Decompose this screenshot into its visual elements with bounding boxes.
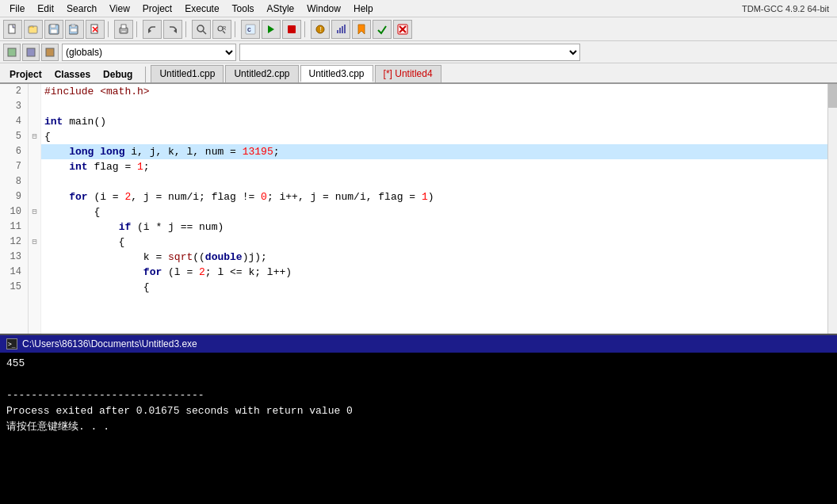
- terminal-icon: >_: [6, 338, 17, 349]
- terminal-line-1: 455: [6, 356, 831, 372]
- svg-rect-3: [51, 25, 55, 28]
- scrollbar-thumb[interactable]: [828, 84, 837, 108]
- open-button[interactable]: [24, 20, 43, 39]
- scope-btn2[interactable]: [22, 44, 40, 61]
- fold-10[interactable]: ⊟: [29, 204, 40, 220]
- svg-rect-7: [71, 29, 77, 32]
- svg-rect-30: [342, 26, 343, 33]
- panel-tab-classes[interactable]: Classes: [48, 67, 97, 82]
- app-window: File Edit Search View Project Execute To…: [0, 0, 837, 504]
- code-line-12: {: [41, 235, 827, 250]
- fold-5[interactable]: ⊟: [29, 129, 40, 144]
- tab-untitled2[interactable]: Untitled2.cpp: [225, 65, 298, 82]
- scope-btn3[interactable]: [41, 44, 59, 61]
- code-line-15: {: [41, 280, 827, 295]
- ln-7: 7: [3, 159, 25, 174]
- svg-rect-36: [8, 48, 16, 56]
- toolbar-main: R C !: [0, 17, 837, 41]
- line-numbers: 2 3 4 5 6 7 8 9 10 11 12 13 14 15: [0, 84, 29, 334]
- menu-tools[interactable]: Tools: [226, 2, 261, 16]
- ln-5: 5: [3, 129, 25, 144]
- undo-button[interactable]: [143, 20, 162, 39]
- terminal-line-3: --------------------------------: [6, 388, 831, 403]
- menu-edit[interactable]: Edit: [31, 2, 60, 16]
- compile-button[interactable]: C: [241, 20, 260, 39]
- ln-8: 8: [3, 174, 25, 189]
- fold-gutter: ⊟ ⊟ ⊟: [29, 84, 41, 334]
- fold-12[interactable]: ⊟: [29, 235, 40, 250]
- fold-13: [29, 250, 40, 265]
- save-button[interactable]: [44, 20, 63, 39]
- error-button[interactable]: [393, 20, 412, 39]
- ln-12: 12: [3, 235, 25, 250]
- svg-rect-29: [339, 28, 341, 33]
- menu-help[interactable]: Help: [347, 2, 380, 16]
- ln-11: 11: [3, 220, 25, 235]
- globals-dropdown[interactable]: (globals): [62, 44, 236, 61]
- code-editor-area: 2 3 4 5 6 7 8 9 10 11 12 13 14 15: [0, 84, 837, 334]
- code-line-5: {: [41, 129, 827, 144]
- find-button[interactable]: [192, 20, 211, 39]
- profile-button[interactable]: [331, 20, 350, 39]
- ln-13: 13: [3, 250, 25, 265]
- replace-button[interactable]: R: [212, 20, 231, 39]
- panel-tab-debug[interactable]: Debug: [97, 67, 139, 82]
- menu-file[interactable]: File: [3, 2, 31, 16]
- run-button[interactable]: [262, 20, 281, 39]
- close-button[interactable]: [86, 20, 105, 39]
- panel-tab-project[interactable]: Project: [3, 67, 48, 82]
- vertical-scrollbar[interactable]: [827, 84, 837, 334]
- panel-tab-section: Project Classes Debug: [3, 67, 139, 82]
- menu-astyle[interactable]: AStyle: [261, 2, 301, 16]
- tab-untitled1[interactable]: Untitled1.cpp: [151, 65, 224, 82]
- ln-6: 6: [3, 144, 25, 159]
- ln-4: 4: [3, 114, 25, 129]
- svg-rect-31: [344, 25, 346, 33]
- fold-15: [29, 280, 40, 295]
- code-line-11: if (i * j == num): [41, 220, 827, 235]
- tab-untitled3[interactable]: Untitled3.cpp: [300, 65, 373, 82]
- tab-untitled4[interactable]: [*] Untitled4: [375, 65, 441, 82]
- menu-view[interactable]: View: [103, 2, 136, 16]
- fold-2: [29, 84, 40, 99]
- svg-line-18: [203, 31, 206, 34]
- debug-button[interactable]: !: [311, 20, 330, 39]
- stop-button[interactable]: [282, 20, 301, 39]
- ln-14: 14: [3, 265, 25, 280]
- menu-project[interactable]: Project: [136, 2, 178, 16]
- menu-window[interactable]: Window: [300, 2, 347, 16]
- code-editor[interactable]: 2 3 4 5 6 7 8 9 10 11 12 13 14 15: [0, 84, 837, 334]
- svg-text:C: C: [247, 26, 251, 33]
- new-button[interactable]: [3, 20, 22, 39]
- svg-rect-4: [51, 29, 57, 33]
- code-line-4: int main(): [41, 114, 827, 129]
- svg-rect-38: [46, 48, 54, 56]
- bookmark-button[interactable]: [352, 20, 371, 39]
- svg-text:!: !: [319, 26, 323, 34]
- svg-text:R: R: [223, 25, 227, 32]
- svg-rect-0: [9, 25, 15, 33]
- menu-search[interactable]: Search: [60, 2, 103, 16]
- redo-button[interactable]: [163, 20, 182, 39]
- tab-divider: [145, 67, 146, 82]
- svg-marker-32: [358, 25, 365, 34]
- code-lines[interactable]: #include <math.h> int main() { long long…: [41, 84, 827, 334]
- code-line-13: k = sqrt((double)j);: [41, 250, 827, 265]
- fold-14: [29, 265, 40, 280]
- save-all-button[interactable]: [65, 20, 84, 39]
- print-button[interactable]: [114, 20, 133, 39]
- scope-dropdown[interactable]: [239, 44, 580, 61]
- code-line-3: [41, 99, 827, 114]
- terminal-line-2: [6, 372, 831, 388]
- tabbar: Project Classes Debug Untitled1.cpp Unti…: [0, 63, 837, 84]
- toolbar-scope: (globals): [0, 41, 837, 63]
- svg-point-17: [197, 25, 204, 32]
- scope-btn1[interactable]: [3, 44, 21, 61]
- terminal-titlebar: >_ C:\Users\86136\Documents\Untitled3.ex…: [0, 335, 837, 353]
- menu-execute[interactable]: Execute: [178, 2, 225, 16]
- code-line-8: [41, 174, 827, 189]
- checkmark-button[interactable]: [373, 20, 392, 39]
- editor-container: 2 3 4 5 6 7 8 9 10 11 12 13 14 15: [0, 84, 837, 334]
- compiler-info: TDM-GCC 4.9.2 64-bit: [742, 4, 834, 13]
- ln-15: 15: [3, 280, 25, 295]
